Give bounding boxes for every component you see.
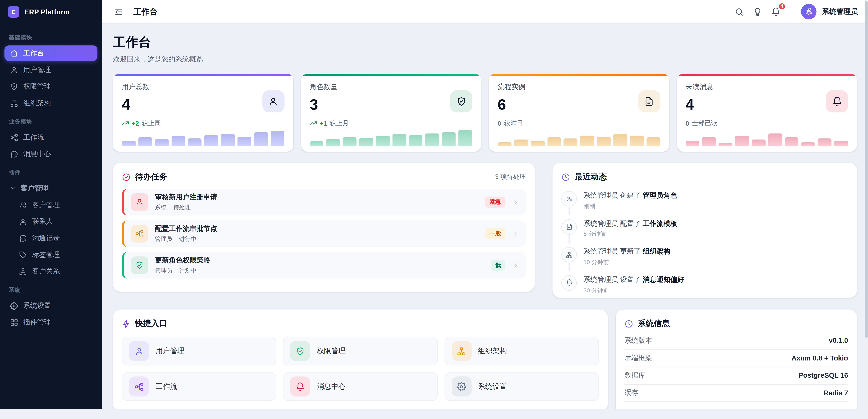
activity-actor: 系统管理员 bbox=[584, 276, 618, 283]
sidebar-item[interactable]: 工作台 bbox=[4, 45, 98, 61]
quick-tile[interactable]: 组织架构 bbox=[444, 337, 599, 365]
todo-title: 待办任务 bbox=[135, 172, 167, 182]
clock-icon bbox=[561, 173, 570, 181]
quick-tile-icon-box bbox=[290, 377, 310, 396]
mini-bar bbox=[752, 140, 766, 146]
todo-item[interactable]: 配置工作流审批节点管理员进行中一般 bbox=[122, 220, 526, 247]
mini-bar bbox=[686, 141, 699, 146]
mini-bar bbox=[122, 141, 135, 146]
lightbulb-icon bbox=[753, 7, 762, 16]
trend-label: 较上周 bbox=[142, 119, 161, 127]
activity-icon-circle bbox=[561, 247, 577, 263]
todo-count: 3 项待处理 bbox=[495, 173, 526, 181]
sidebar-item[interactable]: 组织架构 bbox=[4, 95, 98, 111]
priority-badge: 一般 bbox=[485, 228, 505, 239]
mini-bar bbox=[785, 137, 798, 146]
stat-cards: 用户总数4+2较上周角色数量3+1较上月流程实例60较昨日未读消息40全部已读 bbox=[113, 73, 857, 152]
todo-item[interactable]: 审核新用户注册申请系统待处理紧急 bbox=[122, 189, 526, 215]
clock-icon bbox=[561, 173, 570, 181]
sidebar-collapse-icon bbox=[114, 7, 123, 16]
sidebar-item[interactable]: 插件管理 bbox=[4, 315, 98, 330]
chevron-right-icon[interactable] bbox=[512, 230, 519, 237]
sidebar-item-label: 组织架构 bbox=[23, 98, 51, 108]
quick-tile[interactable]: 用户管理 bbox=[122, 337, 277, 365]
divider bbox=[792, 5, 792, 18]
mini-bar bbox=[531, 141, 545, 146]
sidebar-item-label: 沟通记录 bbox=[32, 233, 60, 243]
quick-tile-label: 组织架构 bbox=[478, 346, 507, 356]
chevron-right-icon[interactable] bbox=[512, 199, 519, 206]
avatar[interactable]: 系 bbox=[801, 4, 816, 19]
grid-icon bbox=[10, 318, 18, 326]
quick-tile[interactable]: 权限管理 bbox=[283, 337, 438, 365]
sidebar-item[interactable]: 系统设置 bbox=[4, 298, 98, 313]
activity-time: 刚刚 bbox=[584, 203, 677, 210]
sidebar-subitem[interactable]: 沟通记录 bbox=[13, 231, 98, 246]
user-name: 系统管理员 bbox=[822, 7, 858, 17]
activity-icon-circle bbox=[561, 275, 577, 291]
file-text-icon bbox=[644, 96, 654, 107]
app-root: E ERP Platform 基础模块工作台用户管理权限管理组织架构业务模块工作… bbox=[0, 0, 868, 409]
activity-icon-circle bbox=[561, 191, 577, 206]
search-button[interactable] bbox=[733, 5, 746, 19]
info-label: 缓存 bbox=[624, 388, 638, 398]
trend-value: 0 bbox=[498, 120, 501, 126]
todo-item-title: 配置工作流审批节点 bbox=[155, 224, 217, 234]
sidebar-item[interactable]: 工作流 bbox=[4, 129, 98, 145]
sidebar-section-label: 基础模块 bbox=[4, 28, 98, 44]
chevron-down-icon bbox=[10, 185, 17, 191]
sidebar-subitem[interactable]: 标签管理 bbox=[13, 247, 98, 262]
stat-icon-box bbox=[638, 90, 660, 113]
stat-value: 4 bbox=[686, 97, 848, 112]
org-icon bbox=[19, 267, 27, 276]
mini-bar bbox=[271, 130, 284, 146]
file-check-icon bbox=[565, 223, 572, 230]
sidebar-subitem[interactable]: 客户管理 bbox=[13, 197, 98, 213]
brand-name: ERP Platform bbox=[24, 8, 70, 16]
scrollbar-thumb[interactable] bbox=[865, 1, 868, 338]
sidebar-toggle-button[interactable] bbox=[112, 5, 126, 19]
sidebar-item[interactable]: 消息中心 bbox=[4, 146, 98, 162]
shield-check-icon bbox=[456, 96, 466, 107]
topbar: 工作台 4 系 系统管理员 bbox=[102, 0, 868, 24]
sidebar-item[interactable]: 权限管理 bbox=[4, 79, 98, 94]
activity-list: 系统管理员 创建了 管理员角色刚刚系统管理员 配置了 工作流模板5 分钟前系统管… bbox=[552, 182, 857, 298]
activity-target: 消息通知偏好 bbox=[643, 276, 684, 283]
timeline-connector bbox=[568, 263, 569, 271]
stat-mini-bar-chart bbox=[686, 129, 848, 146]
activity-action: 创建了 bbox=[620, 191, 641, 199]
stat-icon-box bbox=[826, 90, 848, 113]
quick-tile[interactable]: 系统设置 bbox=[444, 372, 599, 401]
sidebar-subitem[interactable]: 联系人 bbox=[13, 214, 98, 229]
quick-tile-label: 消息中心 bbox=[317, 382, 346, 391]
stat-mini-bar-chart bbox=[122, 129, 284, 146]
todo-item-icon-box bbox=[131, 225, 148, 243]
theme-toggle-button[interactable] bbox=[751, 5, 765, 19]
timeline-connector bbox=[568, 207, 569, 215]
sidebar-section-label: 业务模块 bbox=[4, 112, 98, 128]
quick-tile[interactable]: 消息中心 bbox=[283, 372, 438, 401]
quick-tile[interactable]: 工作流 bbox=[122, 372, 277, 401]
trending-up-icon bbox=[122, 120, 129, 127]
app-logo: E bbox=[8, 6, 20, 18]
content: 工作台 欢迎回来，这是您的系统概览 用户总数4+2较上周角色数量3+1较上月流程… bbox=[102, 24, 868, 409]
activity-target: 工作流模板 bbox=[643, 220, 677, 228]
sidebar-subitem[interactable]: 客户关系 bbox=[13, 264, 98, 279]
page-title: 工作台 bbox=[113, 34, 857, 51]
trend-label: 全部已读 bbox=[692, 119, 717, 127]
bell-icon bbox=[832, 96, 842, 107]
chevron-right-icon[interactable] bbox=[512, 262, 519, 269]
sidebar-item-label: 客户管理 bbox=[32, 200, 60, 210]
scrollbar-track[interactable] bbox=[865, 0, 868, 409]
quick-tile-label: 系统设置 bbox=[478, 382, 507, 391]
todo-item[interactable]: 更新角色权限策略管理员计划中低 bbox=[122, 252, 526, 278]
sidebar-item[interactable]: 用户管理 bbox=[4, 62, 98, 78]
mini-bar bbox=[613, 134, 627, 146]
middle-row: 待办任务 3 项待处理 审核新用户注册申请系统待处理紧急配置工作流审批节点管理员… bbox=[113, 163, 857, 298]
sidebar-section-label: 系统 bbox=[4, 280, 98, 297]
shield-check-icon bbox=[10, 82, 18, 91]
stat-card: 流程实例60较昨日 bbox=[489, 73, 669, 152]
sidebar-group-label: 客户管理 bbox=[21, 183, 48, 193]
sidebar-group-header[interactable]: 客户管理 bbox=[4, 181, 98, 196]
bell-icon bbox=[296, 382, 305, 391]
